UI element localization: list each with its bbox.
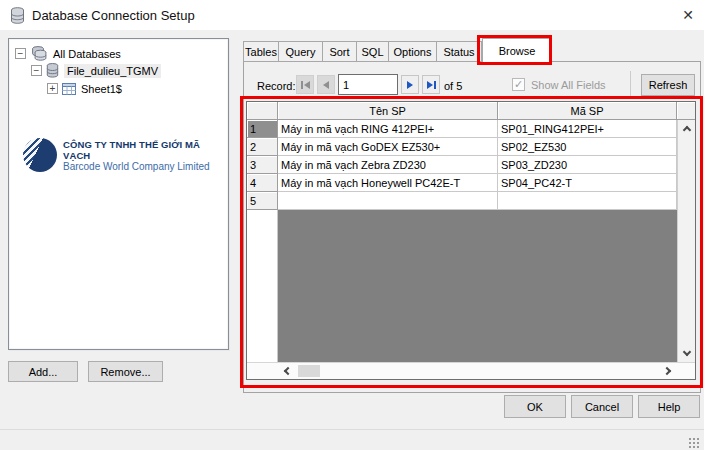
- grid-cell-ma-sp[interactable]: [498, 192, 677, 210]
- table-row[interactable]: 3Máy in mã vạch Zebra ZD230SP03_ZD230: [247, 156, 677, 174]
- tree-item-file-dulieu-tgmv[interactable]: − File_dulieu_TGMV: [31, 62, 161, 79]
- remove-button[interactable]: Remove...: [88, 361, 163, 382]
- tree-item-sheet1[interactable]: + Sheet1$: [47, 80, 122, 97]
- table-row[interactable]: 2Máy in mã vạch GoDEX EZ530+SP02_EZ530: [247, 138, 677, 156]
- resize-grip-icon[interactable]: [687, 436, 700, 449]
- scroll-down-icon[interactable]: [678, 345, 695, 362]
- row-header[interactable]: 1: [247, 120, 278, 138]
- grid-rows: 1Máy in mã vạch RING 412PEI+SP01_RING412…: [247, 120, 677, 210]
- row-header[interactable]: 3: [247, 156, 278, 174]
- scroll-left-icon[interactable]: [278, 363, 295, 379]
- company-logo: CÔNG TY TNHH THẾ GIỚI MÃ VẠCH Barcode Wo…: [23, 136, 228, 174]
- title-bar: Database Connection Setup ✕: [0, 0, 704, 30]
- tree-label[interactable]: Sheet1$: [81, 83, 122, 95]
- grid-cell-ten-sp[interactable]: Máy in mã vạch Honeywell PC42E-T: [278, 174, 498, 192]
- tab-sort[interactable]: Sort: [323, 41, 357, 62]
- row-header[interactable]: 5: [247, 192, 278, 210]
- scroll-up-icon[interactable]: [678, 120, 695, 137]
- previous-record-button[interactable]: [317, 75, 335, 94]
- collapse-toggle-icon[interactable]: −: [31, 65, 42, 76]
- add-button[interactable]: Add...: [8, 361, 78, 382]
- grid-cell-ma-sp[interactable]: SP02_EZ530: [498, 138, 677, 156]
- column-header-ma-sp[interactable]: Mã SP: [498, 102, 677, 120]
- row-header[interactable]: 4: [247, 174, 278, 192]
- close-icon[interactable]: ✕: [672, 0, 704, 30]
- table-row[interactable]: 5: [247, 192, 677, 210]
- database-tree-panel: − All Databases − File_dulieu_TGMV +: [8, 38, 229, 350]
- record-number-input[interactable]: [338, 74, 398, 95]
- grid-cell-ten-sp[interactable]: Máy in mã vạch GoDEX EZ530+: [278, 138, 498, 156]
- help-button[interactable]: Help: [638, 395, 700, 418]
- row-header[interactable]: 2: [247, 138, 278, 156]
- toolbar-separator: [630, 71, 631, 98]
- cancel-button[interactable]: Cancel: [571, 395, 633, 418]
- database-icon: [10, 7, 25, 28]
- record-count-label: of 5: [444, 80, 462, 92]
- tab-browse[interactable]: Browse: [482, 38, 552, 63]
- show-all-fields-label: Show All Fields: [531, 79, 606, 91]
- show-all-fields-checkbox[interactable]: [512, 78, 525, 91]
- window-title: Database Connection Setup: [32, 8, 195, 23]
- table-icon: [62, 83, 76, 95]
- tree-label-selected[interactable]: File_dulieu_TGMV: [64, 64, 161, 78]
- tab-tables[interactable]: Tables: [243, 41, 279, 62]
- grid-header-row: Tên SP Mã SP: [247, 102, 695, 120]
- browse-data-grid: Tên SP Mã SP 1Máy in mã vạch RING 412PEI…: [246, 101, 696, 380]
- tab-options[interactable]: Options: [389, 41, 437, 62]
- scroll-right-icon[interactable]: [659, 363, 676, 379]
- grid-cell-ten-sp[interactable]: Máy in mã vạch RING 412PEI+: [278, 120, 498, 138]
- tab-status[interactable]: Status: [437, 41, 482, 62]
- table-row[interactable]: 4Máy in mã vạch Honeywell PC42E-TSP04_PC…: [247, 174, 677, 192]
- table-row[interactable]: 1Máy in mã vạch RING 412PEI+SP01_RING412…: [247, 120, 677, 138]
- tab-sql[interactable]: SQL: [357, 41, 389, 62]
- tab-strip: TablesQuerySortSQLOptionsStatusBrowse: [243, 40, 552, 62]
- tree-item-all-databases[interactable]: − All Databases: [15, 45, 121, 62]
- tab-query[interactable]: Query: [279, 41, 323, 62]
- column-header-ten-sp[interactable]: Tên SP: [278, 102, 498, 120]
- horizontal-scroll-thumb[interactable]: [298, 365, 320, 377]
- next-record-button[interactable]: [401, 75, 419, 94]
- grid-cell-ma-sp[interactable]: SP03_ZD230: [498, 156, 677, 174]
- logo-circle-icon: [23, 138, 57, 172]
- grid-cell-ten-sp[interactable]: Máy in mã vạch Zebra ZD230: [278, 156, 498, 174]
- vertical-scrollbar[interactable]: [677, 120, 695, 362]
- grid-cell-ma-sp[interactable]: SP01_RING412PEI+: [498, 120, 677, 138]
- ok-button[interactable]: OK: [504, 395, 566, 418]
- record-label: Record:: [257, 80, 296, 92]
- first-record-button[interactable]: [296, 75, 314, 94]
- grid-cell-ma-sp[interactable]: SP04_PC42-T: [498, 174, 677, 192]
- horizontal-scrollbar[interactable]: [247, 362, 695, 379]
- logo-company-name-en: Barcode World Company Limited: [63, 161, 228, 172]
- grid-corner-cell[interactable]: [247, 102, 278, 120]
- database-icon: [46, 63, 59, 78]
- databases-stack-icon: [30, 46, 48, 62]
- refresh-button[interactable]: Refresh: [641, 74, 695, 96]
- row-header-strip: [247, 210, 278, 362]
- collapse-toggle-icon[interactable]: −: [15, 48, 26, 59]
- footer-divider: [0, 429, 704, 430]
- expand-toggle-icon[interactable]: +: [47, 83, 58, 94]
- tree-label[interactable]: All Databases: [53, 48, 121, 60]
- last-record-button[interactable]: [422, 75, 440, 94]
- logo-company-name: CÔNG TY TNHH THẾ GIỚI MÃ VẠCH: [63, 139, 228, 161]
- grid-header-filler: [677, 102, 695, 120]
- grid-cell-ten-sp[interactable]: [278, 192, 498, 210]
